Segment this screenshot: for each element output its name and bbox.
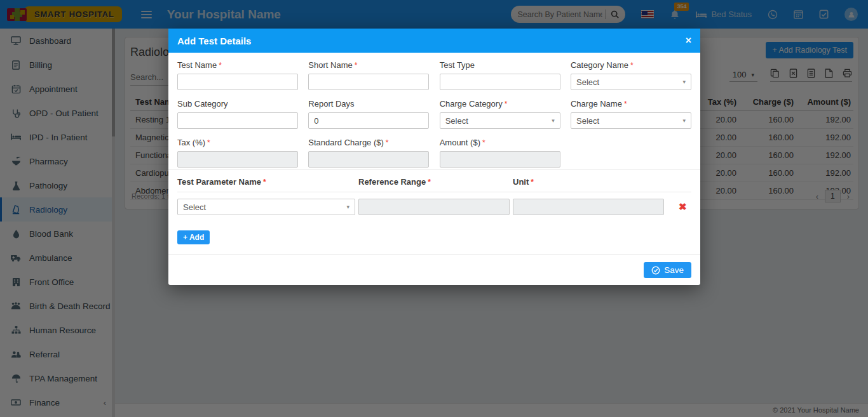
required-marker: * (207, 138, 210, 147)
required-marker: * (505, 100, 508, 109)
modal-title: Add Test Details (177, 36, 251, 46)
section-divider (168, 169, 700, 169)
report-days-input[interactable] (308, 112, 429, 129)
unit-input (513, 199, 664, 215)
charge-category-select[interactable]: Select ▾ (440, 112, 560, 129)
field-short-name: Short Name* (308, 60, 429, 90)
category-name-select[interactable]: Select ▾ (571, 74, 691, 90)
test-name-input[interactable] (177, 74, 298, 90)
add-parameter-button[interactable]: + Add (177, 230, 210, 244)
field-charge-category: Charge Category* Select ▾ (440, 99, 560, 129)
amount-input (440, 151, 560, 168)
sub-category-input[interactable] (177, 112, 298, 129)
field-spacer (571, 138, 691, 168)
required-marker: * (386, 138, 389, 147)
required-marker: * (624, 100, 627, 109)
chevron-down-icon: ▾ (682, 117, 686, 124)
field-tax: Tax (%)* (177, 138, 298, 168)
modal-header: Add Test Details × (168, 29, 700, 53)
short-name-input[interactable] (308, 74, 429, 90)
add-test-details-modal: Add Test Details × Test Name* Short Name… (168, 29, 700, 285)
remove-parameter-icon[interactable]: ✖ (679, 201, 687, 213)
test-parameter-select[interactable]: Select ▾ (177, 199, 355, 215)
chevron-down-icon: ▾ (552, 117, 555, 124)
field-sub-category: Sub Category (177, 99, 298, 129)
required-marker: * (482, 138, 485, 147)
modal-body: Test Name* Short Name* Test Type Categor… (168, 53, 700, 255)
save-button[interactable]: Save (644, 262, 691, 278)
field-standard-charge: Standard Charge ($)* (308, 138, 429, 168)
parameter-row: Select ▾ ✖ (177, 199, 691, 215)
modal-footer: Save (168, 255, 700, 285)
field-test-name: Test Name* (177, 60, 298, 90)
charge-name-select[interactable]: Select ▾ (571, 112, 691, 129)
required-marker: * (630, 61, 634, 70)
field-test-type: Test Type (440, 60, 560, 90)
required-marker: * (355, 61, 358, 70)
test-type-input[interactable] (440, 74, 560, 90)
parameter-labels-row: Test Parameter Name* Reference Range* Un… (177, 177, 691, 192)
required-marker: * (428, 178, 431, 187)
chevron-down-icon: ▾ (682, 79, 686, 85)
reference-range-input (358, 199, 510, 215)
close-icon[interactable]: × (686, 36, 691, 46)
check-circle-icon (651, 266, 660, 275)
required-marker: * (531, 178, 534, 187)
field-amount: Amount ($)* (440, 138, 560, 168)
field-charge-name: Charge Name* Select ▾ (571, 99, 691, 129)
required-marker: * (219, 61, 222, 70)
chevron-down-icon: ▾ (346, 204, 349, 210)
standard-charge-input (308, 151, 429, 168)
required-marker: * (263, 178, 266, 187)
field-report-days: Report Days (308, 99, 429, 129)
field-category-name: Category Name* Select ▾ (571, 60, 691, 90)
tax-input (177, 151, 298, 168)
